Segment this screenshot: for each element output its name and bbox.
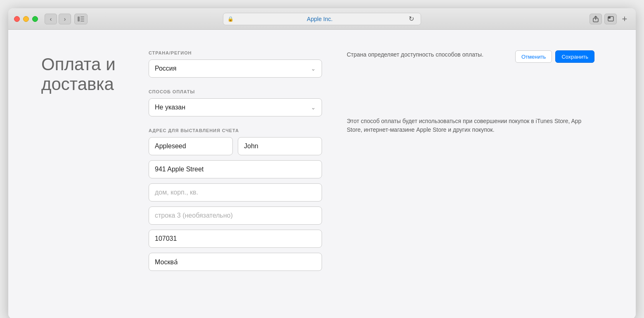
- last-name-input[interactable]: [149, 137, 233, 155]
- right-desc-block: Страна определяет доступность способов о…: [347, 50, 507, 67]
- country-selected-value: Россия: [155, 65, 176, 72]
- country-label: СТРАНА/РЕГИОН: [149, 50, 322, 55]
- address-bar-container: 🔒 Apple Inc. ↻: [223, 13, 421, 25]
- payment-chevron-icon: ⌄: [311, 104, 316, 111]
- first-name-input[interactable]: [238, 137, 322, 155]
- add-tab-button[interactable]: +: [619, 14, 630, 24]
- name-row: [149, 137, 322, 155]
- payment-selected-value: Не указан: [155, 104, 185, 111]
- action-buttons: Отменить Сохранить: [515, 50, 594, 63]
- browser-window: ‹ › 🔒 Apple Inc. ↻: [8, 8, 636, 318]
- street-wrapper: [149, 160, 322, 178]
- address2-wrapper: [149, 183, 322, 202]
- payment-description: Этот способ оплаты будет использоваться …: [347, 117, 594, 134]
- title-bar: ‹ › 🔒 Apple Inc. ↻: [8, 8, 636, 30]
- city-input[interactable]: [149, 253, 322, 271]
- billing-label: АДРЕС ДЛЯ ВЫСТАВЛЕНИЯ СЧЕТА: [149, 128, 322, 133]
- close-button[interactable]: [14, 16, 20, 22]
- country-select[interactable]: Россия ⌄: [149, 59, 322, 78]
- svg-rect-6: [608, 17, 611, 19]
- toolbar-right: +: [590, 14, 630, 24]
- billing-section: АДРЕС ДЛЯ ВЫСТАВЛЕНИЯ СЧЕТА: [149, 128, 322, 271]
- cancel-button[interactable]: Отменить: [515, 50, 552, 63]
- new-tab-button[interactable]: [604, 14, 617, 24]
- forward-button[interactable]: ›: [59, 14, 71, 24]
- right-panel: Страна определяет доступность способов о…: [339, 50, 603, 302]
- city-wrapper: [149, 253, 322, 271]
- left-panel: Оплата и доставка: [41, 50, 132, 302]
- country-chevron-icon: ⌄: [311, 65, 316, 72]
- sidebar-toggle-button[interactable]: [74, 14, 88, 24]
- payment-label: СПОСОБ ОПЛАТЫ: [149, 89, 322, 94]
- street-input[interactable]: [149, 160, 322, 178]
- url-text: Apple Inc.: [236, 16, 403, 22]
- maximize-button[interactable]: [32, 16, 38, 22]
- zip-wrapper: [149, 230, 322, 248]
- page-title: Оплата и доставка: [41, 55, 132, 95]
- svg-rect-0: [78, 17, 80, 21]
- minimize-button[interactable]: [23, 16, 29, 22]
- address2-input[interactable]: [149, 183, 322, 202]
- country-section: СТРАНА/РЕГИОН Россия ⌄: [149, 50, 322, 78]
- svg-rect-1: [80, 17, 84, 17]
- traffic-lights: [14, 16, 38, 22]
- back-button[interactable]: ‹: [45, 14, 57, 24]
- payment-desc-block: Этот способ оплаты будет использоваться …: [347, 117, 594, 142]
- country-description: Страна определяет доступность способов о…: [347, 50, 507, 59]
- center-panel: СТРАНА/РЕГИОН Россия ⌄ СПОСОБ ОПЛАТЫ Не …: [132, 50, 339, 302]
- nav-buttons: ‹ ›: [45, 14, 71, 24]
- right-top: Страна определяет доступность способов о…: [347, 50, 594, 67]
- address-bar[interactable]: 🔒 Apple Inc. ↻: [223, 13, 421, 25]
- address3-wrapper: [149, 206, 322, 225]
- payment-section: СПОСОБ ОПЛАТЫ Не указан ⌄: [149, 89, 322, 116]
- lock-icon: 🔒: [227, 16, 234, 22]
- share-button[interactable]: [590, 14, 602, 24]
- address3-input[interactable]: [149, 206, 322, 225]
- page-content: Оплата и доставка СТРАНА/РЕГИОН Россия ⌄…: [8, 30, 636, 318]
- svg-rect-2: [80, 19, 84, 19]
- reload-button[interactable]: ↻: [406, 14, 417, 24]
- svg-rect-3: [80, 21, 84, 21]
- save-button[interactable]: Сохранить: [555, 50, 594, 63]
- zip-input[interactable]: [149, 230, 322, 248]
- payment-select[interactable]: Не указан ⌄: [149, 98, 322, 116]
